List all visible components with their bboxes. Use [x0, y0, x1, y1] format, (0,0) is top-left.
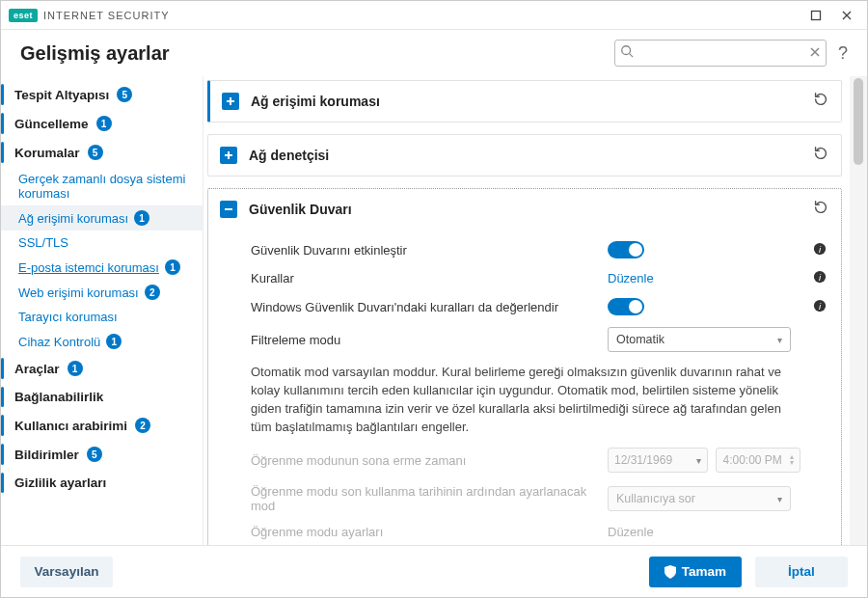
count-badge: 2 — [135, 418, 150, 433]
panel-title: Ağ denetçisi — [249, 148, 800, 163]
scrollbar-thumb[interactable] — [854, 78, 863, 165]
product-name: INTERNET SECURITY — [43, 10, 169, 21]
setting-label: Güvenlik Duvarını etkinleştir — [251, 243, 598, 258]
sidebar-sub-network-access[interactable]: Ağ erişimi koruması 1 — [1, 205, 203, 231]
content-scroll[interactable]: Ağ erişimi koruması Ağ denetçisi — [203, 76, 850, 545]
panel-title: Ağ erişimi koruması — [251, 94, 800, 109]
app-window: eset INTERNET SECURITY Gelişmiş ayarlar — [0, 0, 868, 598]
expand-icon — [222, 93, 239, 110]
setting-label: Öğrenme modu son kullanma tarihinin ardı… — [251, 484, 598, 513]
search-field — [614, 40, 827, 67]
sidebar-item-label: Kullanıcı arabirimi — [14, 419, 127, 433]
setting-label: Kurallar — [251, 271, 598, 285]
sidebar-item-update[interactable]: Güncelleme 1 — [1, 109, 203, 138]
cancel-button[interactable]: İptal — [755, 557, 848, 587]
panel-header[interactable]: Ağ erişimi koruması — [210, 81, 841, 122]
button-label: Tamam — [682, 564, 726, 579]
sidebar: Tespit Altyapısı 5 Güncelleme 1 Korumala… — [1, 76, 203, 545]
sidebar-item-label: Araçlar — [14, 362, 60, 376]
revert-icon[interactable] — [812, 91, 829, 112]
sidebar-item-label: Gizlilik ayarları — [14, 476, 106, 490]
count-badge: 2 — [145, 285, 160, 300]
shield-icon — [665, 565, 676, 579]
revert-icon[interactable] — [812, 145, 829, 166]
clear-search-icon[interactable] — [809, 44, 821, 62]
info-icon[interactable]: i — [810, 299, 829, 315]
defaults-button[interactable]: Varsayılan — [20, 557, 113, 587]
sidebar-item-label: Bildirimler — [14, 448, 79, 462]
setting-label: Öğrenme modunun sona erme zamanı — [251, 453, 598, 468]
search-input[interactable] — [614, 40, 827, 67]
expand-icon — [220, 147, 237, 164]
link-edit-rules[interactable]: Düzenle — [608, 271, 654, 285]
footer: Varsayılan Tamam İptal — [1, 545, 867, 597]
sidebar-item-user-interface[interactable]: Kullanıcı arabirimi 2 — [1, 411, 203, 440]
sidebar-sub-ssl-tls[interactable]: SSL/TLS — [1, 231, 203, 255]
chevron-down-icon: ▾ — [777, 335, 782, 345]
revert-icon[interactable] — [812, 199, 829, 220]
panel-header[interactable]: Ağ denetçisi — [208, 135, 841, 176]
link-edit-learning: Düzenle — [608, 525, 654, 539]
sidebar-item-label: Cihaz Kontrolü — [18, 335, 100, 349]
body: Tespit Altyapısı 5 Güncelleme 1 Korumala… — [1, 76, 867, 545]
sidebar-item-detection-engine[interactable]: Tespit Altyapısı 5 — [1, 80, 203, 109]
sidebar-sub-browser-protection[interactable]: Tarayıcı koruması — [1, 305, 203, 329]
window-controls — [803, 5, 859, 26]
sidebar-item-tools[interactable]: Araçlar 1 — [1, 354, 203, 383]
info-icon[interactable]: i — [810, 242, 829, 258]
count-badge: 5 — [87, 447, 102, 462]
description-text: Otomatik mod varsayılan moddur. Kural be… — [251, 358, 829, 442]
row-filtering-mode: Filtreleme modu Otomatik ▾ i — [251, 321, 829, 358]
time-input-learning-expiry: 4:00:00 PM ▴▾ — [716, 448, 800, 473]
sidebar-sub-realtime[interactable]: Gerçek zamanlı dosya sistemi koruması — [1, 167, 203, 205]
sidebar-item-privacy-settings[interactable]: Gizlilik ayarları — [1, 469, 203, 497]
sidebar-item-protections[interactable]: Korumalar 5 — [1, 138, 203, 167]
select-value: Kullanıcıya sor — [616, 492, 695, 505]
ok-button[interactable]: Tamam — [649, 557, 742, 587]
brand: eset INTERNET SECURITY — [9, 9, 170, 22]
svg-rect-0 — [812, 11, 821, 19]
help-button[interactable]: ? — [838, 43, 848, 64]
info-icon[interactable]: i — [810, 270, 829, 286]
toggle-enable-firewall[interactable] — [608, 241, 644, 258]
row-learning-expiry: Öğrenme modunun sona erme zamanı 12/31/1… — [251, 442, 829, 478]
collapse-icon — [220, 201, 237, 218]
toggle-eval-windows-firewall[interactable] — [608, 298, 644, 315]
setting-label: Filtreleme modu — [251, 333, 598, 347]
close-button[interactable] — [834, 5, 859, 26]
panel-network-inspector: Ağ denetçisi — [207, 134, 842, 177]
topbar: Gelişmiş ayarlar ? — [1, 30, 867, 76]
panel-firewall: Güvenlik Duvarı Güvenlik Duvarını etkinl… — [207, 188, 842, 545]
sidebar-sub-web-access[interactable]: Web erişimi koruması 2 — [1, 280, 203, 305]
vertical-scrollbar[interactable] — [850, 76, 867, 545]
search-icon — [620, 44, 634, 62]
count-badge: 1 — [134, 210, 149, 226]
search-area: ? — [614, 40, 848, 67]
sidebar-item-label: SSL/TLS — [18, 235, 68, 250]
row-rules: Kurallar Düzenle i — [251, 264, 829, 292]
sidebar-sub-email-client[interactable]: E-posta istemci koruması 1 — [1, 255, 203, 280]
count-badge: 1 — [165, 259, 180, 275]
select-value: Otomatik — [616, 333, 665, 346]
sidebar-item-label: Bağlanabilirlik — [14, 390, 103, 404]
row-eval-windows-firewall: Windows Güvenlik Duvarı'ndaki kuralları … — [251, 292, 829, 321]
sidebar-item-label: E-posta istemci koruması — [18, 260, 159, 275]
date-input-learning-expiry: 12/31/1969 ▾ — [608, 448, 708, 473]
panel-header[interactable]: Güvenlik Duvarı — [208, 189, 841, 230]
panel-network-access-protection: Ağ erişimi koruması — [207, 80, 842, 122]
sidebar-item-label: Tarayıcı koruması — [18, 310, 118, 324]
spinner-icon: ▴▾ — [790, 454, 794, 466]
count-badge: 1 — [68, 361, 83, 376]
count-badge: 5 — [117, 87, 132, 102]
sidebar-item-label: Ağ erişimi koruması — [18, 211, 128, 226]
svg-point-1 — [622, 46, 631, 55]
main: Ağ erişimi koruması Ağ denetçisi — [203, 76, 867, 545]
sidebar-item-label: Tespit Altyapısı — [14, 88, 109, 102]
select-filtering-mode[interactable]: Otomatik ▾ — [608, 327, 791, 352]
sidebar-item-notifications[interactable]: Bildirimler 5 — [1, 440, 203, 469]
sidebar-sub-device-control[interactable]: Cihaz Kontrolü 1 — [1, 329, 203, 354]
count-badge: 1 — [96, 116, 112, 131]
maximize-button[interactable] — [803, 5, 828, 26]
sidebar-item-connectivity[interactable]: Bağlanabilirlik — [1, 383, 203, 411]
date-value: 12/31/1969 — [614, 453, 672, 467]
